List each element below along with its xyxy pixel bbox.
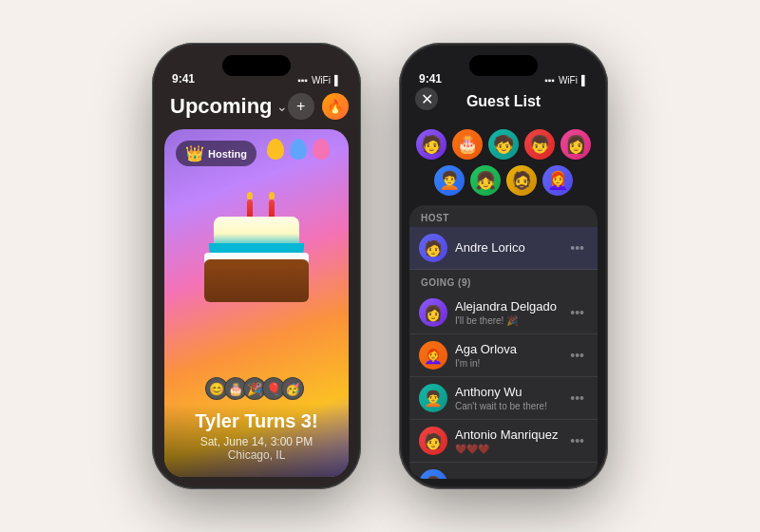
wifi-icon-2: WiFi [559, 75, 578, 86]
cake [204, 217, 309, 302]
guest-item-0[interactable]: 👩 Alejandra Delgado I'll be there! 🎉 ••• [409, 292, 598, 334]
guest-avatar-4: 👨 [419, 469, 447, 479]
dynamic-island-2 [469, 55, 538, 76]
cluster-av-9: 👩‍🦰 [541, 163, 575, 198]
host-more-icon[interactable]: ••• [566, 240, 588, 256]
chevron-down-icon: ⌄ [276, 99, 288, 114]
cluster-av-7: 👧 [468, 163, 503, 198]
status-time-2: 9:41 [419, 72, 442, 86]
battery-icon: ▌ [334, 75, 341, 86]
guest-info-3: Antonio Manriquez ❤️❤️❤️ [455, 428, 566, 454]
wifi-icon: WiFi [312, 75, 331, 86]
cake-scene [164, 129, 349, 370]
event-title: Tyler Turns 3! [180, 409, 333, 432]
guest-avatar-0: 👩 [419, 298, 447, 327]
cluster-av-3: 🧒 [486, 127, 521, 162]
guest-more-4[interactable]: ••• [566, 476, 588, 479]
guest-item-4[interactable]: 👨 Brian Carey ••• [409, 463, 598, 479]
cluster-av-1: 🧑 [414, 127, 448, 162]
signal-icon: ▪▪▪ [297, 75, 308, 86]
guest-more-3[interactable]: ••• [566, 433, 588, 448]
phone1-screen: Upcoming ⌄ + 🔥 👑 Hosting [155, 46, 358, 486]
event-location: Chicago, IL [180, 448, 333, 462]
flame-1 [247, 192, 253, 200]
candle-1 [247, 200, 253, 217]
guest-info-1: Aga Orlova I'm in! [455, 342, 566, 369]
going-section-label: GOING (9) [409, 270, 598, 292]
cake-bottom [204, 259, 309, 302]
phone2-screen: ✕ Guest List 🧑 🎂 🧒 👦 👩 🧑‍🦱 👧 🧔 👩‍🦰 HOST [402, 46, 605, 486]
host-name: Andre Lorico [455, 240, 566, 256]
guest-name-1: Aga Orlova [455, 342, 566, 357]
guest-info-0: Alejandra Delgado I'll be there! 🎉 [455, 299, 566, 326]
guest-info-2: Anthony Wu Can't wait to be there! [455, 385, 566, 411]
guest-more-1[interactable]: ••• [566, 348, 588, 363]
host-section-label: HOST [409, 205, 598, 227]
guest-avatar-2: 🧑‍🦱 [419, 384, 447, 412]
guest-item-1[interactable]: 👩‍🦰 Aga Orlova I'm in! ••• [409, 334, 598, 377]
guest-avatar-1: 👩‍🦰 [419, 341, 447, 370]
event-card[interactable]: 👑 Hosting [164, 129, 349, 477]
guest-status-3: ❤️❤️❤️ [455, 444, 566, 454]
phone-2: 9:41 ▪▪▪ WiFi ▌ ✕ Guest List 🧑 🎂 🧒 👦 👩 🧑… [399, 43, 608, 489]
guest-avatars-row: 😊 🎂 🎉 🎈 🥳 [164, 370, 349, 404]
phone1-title[interactable]: Upcoming ⌄ [170, 94, 288, 119]
guest-status-1: I'm in! [455, 358, 566, 369]
guest-more-2[interactable]: ••• [566, 390, 588, 406]
guest-name-0: Alejandra Delgado [455, 299, 566, 314]
guest-name-4: Brian Carey [455, 476, 566, 479]
mini-avatar-5: 🥳 [281, 377, 304, 400]
event-date: Sat, June 14, 3:00 PM [180, 435, 333, 448]
guest-status-0: I'll be there! 🎉 [455, 315, 566, 326]
balloons [267, 139, 330, 160]
header-actions: + 🔥 [288, 93, 349, 120]
guest-name-3: Antonio Manriquez [455, 428, 566, 443]
guest-more-0[interactable]: ••• [566, 305, 588, 320]
avatar-cluster: 🧑 🎂 🧒 👦 👩 🧑‍🦱 👧 🧔 👩‍🦰 [402, 120, 605, 205]
guest-status-2: Can't wait to be there! [455, 401, 566, 411]
flame-2 [269, 192, 275, 200]
guest-name-2: Anthony Wu [455, 385, 566, 400]
guest-item-3[interactable]: 🧑 Antonio Manriquez ❤️❤️❤️ ••• [409, 420, 598, 463]
battery-icon-2: ▌ [581, 75, 588, 86]
candle-2 [269, 200, 275, 217]
host-item[interactable]: 🧑 Andre Lorico ••• [409, 227, 598, 270]
event-image: 👑 Hosting [164, 129, 349, 477]
add-event-button[interactable]: + [288, 93, 314, 120]
guest-list-title: Guest List [466, 93, 541, 110]
balloon-pink [313, 139, 330, 160]
status-icons-1: ▪▪▪ WiFi ▌ [297, 75, 341, 86]
status-time-1: 9:41 [172, 72, 195, 86]
guest-avatar-3: 🧑 [419, 427, 447, 455]
status-icons-2: ▪▪▪ WiFi ▌ [544, 75, 588, 86]
cluster-av-5: 👩 [559, 127, 593, 162]
event-info: Tyler Turns 3! Sat, June 14, 3:00 PM Chi… [164, 404, 349, 477]
cluster-av-4: 👦 [522, 127, 557, 162]
cluster-av-2: 🎂 [450, 127, 484, 162]
signal-icon-2: ▪▪▪ [544, 75, 555, 86]
guest-list: HOST 🧑 Andre Lorico ••• GOING (9) 👩 Alej… [409, 205, 598, 479]
upcoming-title: Upcoming [170, 94, 273, 119]
guest-item-2[interactable]: 🧑‍🦱 Anthony Wu Can't wait to be there! •… [409, 377, 598, 420]
dynamic-island-1 [222, 55, 291, 76]
guest-info-4: Brian Carey [455, 476, 566, 479]
balloon-yellow [267, 139, 284, 160]
host-info: Andre Lorico [455, 240, 566, 256]
cluster-av-8: 🧔 [504, 163, 539, 198]
balloon-blue [290, 139, 307, 160]
host-avatar: 🧑 [419, 234, 447, 262]
user-avatar-button[interactable]: 🔥 [322, 93, 349, 120]
cluster-av-6: 🧑‍🦱 [432, 163, 466, 198]
phone-1: 9:41 ▪▪▪ WiFi ▌ Upcoming ⌄ + 🔥 [152, 43, 361, 489]
